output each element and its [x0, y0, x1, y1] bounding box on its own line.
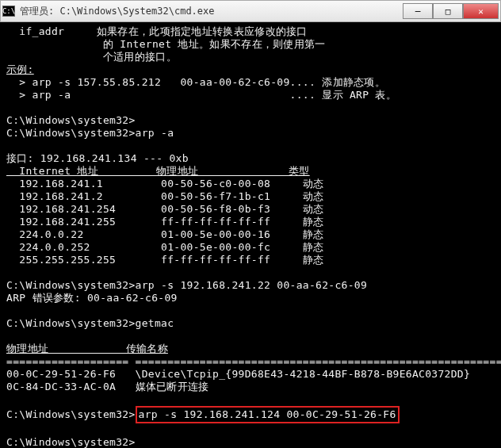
- example-line: > arp -a .... 显示 ARP 表。: [6, 89, 396, 101]
- window-title-text: 管理员: C:\Windows\System32\cmd.exe: [20, 5, 403, 18]
- interface-line: 接口: 192.168.241.134 --- 0xb: [6, 152, 189, 164]
- prompt-line: C:\Windows\system32>: [6, 408, 136, 420]
- window-controls: ─ □ ✕: [403, 3, 499, 19]
- arp-row: 192.168.241.255 ff-ff-ff-ff-ff-ff 静态: [6, 216, 323, 228]
- help-line: 的 Internet 地址。如果不存在，则使用第一: [6, 38, 326, 50]
- arp-row: 255.255.255.255 ff-ff-ff-ff-ff-ff 静态: [6, 254, 323, 266]
- terminal-output[interactable]: if_addr 如果存在，此项指定地址转换表应修改的接口 的 Internet …: [0, 22, 501, 448]
- getmac-header: 物理地址 传输名称: [6, 343, 168, 354]
- prompt-line: C:\Windows\system32>: [6, 436, 136, 448]
- window-title-bar: C:\ 管理员: C:\Windows\System32\cmd.exe ─ □…: [0, 0, 501, 22]
- close-button[interactable]: ✕: [463, 3, 499, 19]
- maximize-button[interactable]: □: [433, 3, 463, 19]
- getmac-row: 0C-84-DC-33-AC-0A 媒体已断开连接: [6, 381, 209, 392]
- command-line: C:\Windows\system32>arp -s 192.168.241.2…: [6, 279, 367, 291]
- getmac-row: 00-0C-29-51-26-F6 \Device\Tcpip_{99D68E4…: [6, 368, 470, 380]
- arp-row: 192.168.241.254 00-50-56-f8-0b-f3 动态: [6, 203, 323, 215]
- arp-row: 224.0.0.252 01-00-5e-00-00-fc 静态: [6, 241, 323, 253]
- separator-line: =================== ====================…: [6, 355, 501, 367]
- error-line: ARP 错误参数: 00-aa-62-c6-09: [6, 292, 178, 304]
- command-line: C:\Windows\system32>arp -a: [6, 127, 174, 139]
- example-line: > arp -s 157.55.85.212 00-aa-00-62-c6-09…: [6, 76, 385, 88]
- arp-header: Internet 地址 物理地址 类型: [6, 165, 310, 177]
- arp-row: 192.168.241.2 00-50-56-f7-1b-c1 动态: [6, 190, 323, 202]
- minimize-button[interactable]: ─: [403, 3, 433, 19]
- cmd-icon: C:\: [2, 6, 15, 17]
- prompt-line: C:\Windows\system32>: [6, 114, 136, 126]
- help-line: if_addr 如果存在，此项指定地址转换表应修改的接口: [6, 25, 308, 37]
- arp-row: 224.0.0.22 01-00-5e-00-00-16 静态: [6, 228, 323, 240]
- example-heading: 示例:: [6, 63, 34, 75]
- command-line: C:\Windows\system32>getmac: [6, 317, 174, 329]
- help-line: 个适用的接口。: [6, 51, 177, 63]
- arp-row: 192.168.241.1 00-50-56-c0-00-08 动态: [6, 178, 323, 190]
- highlighted-command: arp -s 192.168.241.124 00-0C-29-51-26-F6: [136, 406, 400, 423]
